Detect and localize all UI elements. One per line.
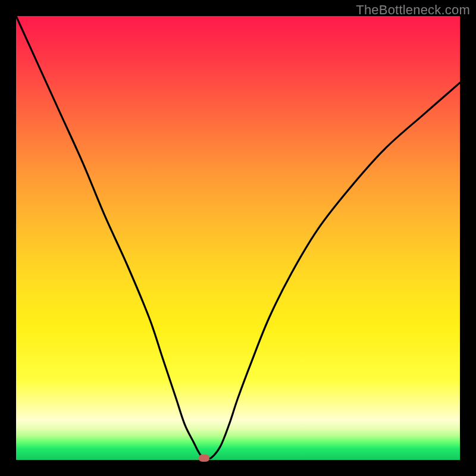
bottleneck-curve: [16, 16, 460, 460]
watermark-label: TheBottleneck.com: [356, 2, 470, 18]
plot-area: [16, 16, 460, 460]
chart-frame: TheBottleneck.com: [0, 0, 476, 476]
bottleneck-marker: [199, 455, 209, 462]
